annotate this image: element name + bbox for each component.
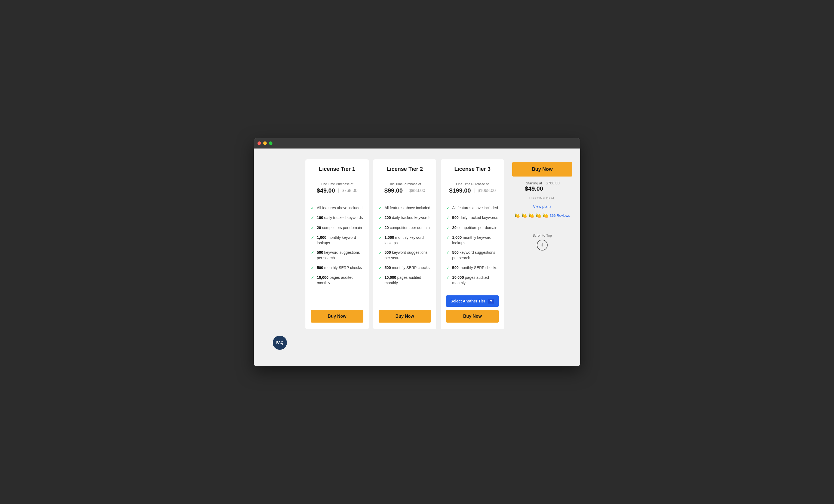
- tier1-price-section: One Time Purchase of $49.00 | $768.00: [311, 182, 364, 200]
- scroll-top-section: Scroll to Top ⇧: [532, 233, 552, 251]
- tier2-title: License Tier 2: [379, 166, 431, 177]
- check-icon: ✓: [446, 226, 449, 231]
- list-item: ✓ 500 keyword suggestions per search: [311, 250, 364, 260]
- check-icon: ✓: [379, 226, 382, 231]
- view-plans-link[interactable]: View plans: [533, 204, 551, 209]
- list-item: ✓ All features above included: [379, 205, 431, 211]
- check-icon: ✓: [379, 250, 382, 256]
- tier3-price-original: $1068.00: [478, 188, 496, 193]
- check-icon: ✓: [311, 275, 314, 281]
- tier1-price-label: One Time Purchase of: [311, 182, 364, 186]
- lifetime-deal-label: LIFETIME DEAL: [529, 197, 555, 200]
- chevron-up-icon: ⇧: [540, 242, 544, 248]
- check-icon: ✓: [311, 206, 314, 211]
- tier3-title: License Tier 3: [446, 166, 499, 177]
- tier3-price-section: One Time Purchase of $199.00 | $1068.00: [446, 182, 499, 200]
- star-icon-2: 🍋: [522, 213, 527, 218]
- check-icon: ✓: [446, 206, 449, 211]
- tier3-features: ✓ All features above included ✓ 500 dail…: [446, 205, 499, 290]
- list-item: ✓ 500 keyword suggestions per search: [379, 250, 431, 260]
- check-icon: ✓: [446, 250, 449, 256]
- tier3-price-divider: |: [474, 188, 475, 193]
- check-icon: ✓: [446, 266, 449, 271]
- star-icon-3: 🍋: [529, 213, 534, 218]
- list-item: ✓ 1,000 monthly keyword lookups: [379, 235, 431, 246]
- tier1-features: ✓ All features above included ✓ 100 dail…: [311, 205, 364, 305]
- minimize-button[interactable]: [263, 141, 267, 145]
- tier1-title: License Tier 1: [311, 166, 364, 177]
- scroll-top-label: Scroll to Top: [532, 233, 552, 237]
- list-item: ✓ 500 keyword suggestions per search: [446, 250, 499, 260]
- close-button[interactable]: [258, 141, 261, 145]
- tier1-price-current: $49.00: [316, 187, 335, 194]
- tier3-price-current: $199.00: [449, 187, 471, 194]
- tier1-buy-button[interactable]: Buy Now: [311, 310, 364, 323]
- list-item: ✓ 1,000 monthly keyword lookups: [311, 235, 364, 246]
- list-item: ✓ All features above included: [311, 205, 364, 211]
- tier2-buy-button[interactable]: Buy Now: [379, 310, 431, 323]
- tier2-price-original: $883.00: [409, 188, 425, 193]
- check-icon: ✓: [311, 226, 314, 231]
- list-item: ✓ 500 daily tracked keywords: [446, 215, 499, 221]
- star-icon-4: 🍋: [536, 213, 541, 218]
- list-item: ✓ 10,000 pages audited monthly: [379, 275, 431, 285]
- check-icon: ✓: [446, 235, 449, 241]
- tier1-price-original: $768.00: [342, 188, 357, 193]
- check-icon: ✓: [446, 275, 449, 281]
- titlebar: [254, 138, 580, 148]
- list-item: ✓ All features above included: [446, 205, 499, 211]
- check-icon: ✓: [311, 266, 314, 271]
- check-icon: ✓: [311, 250, 314, 256]
- list-item: ✓ 20 competitors per domain: [311, 225, 364, 231]
- tier3-buy-button[interactable]: Buy Now: [446, 310, 499, 323]
- faq-button[interactable]: FAQ: [273, 336, 287, 350]
- check-icon: ✓: [446, 215, 449, 221]
- check-icon: ✓: [379, 235, 382, 241]
- sidebar-starting-price: $49.00: [525, 185, 543, 192]
- star-icon-1: 🍋: [514, 213, 520, 218]
- sidebar-panel: Buy Now Starting at $49.00 $768.00 LIFET…: [509, 159, 572, 251]
- maximize-button[interactable]: [269, 141, 272, 145]
- check-icon: ✓: [311, 235, 314, 241]
- check-icon: ✓: [379, 266, 382, 271]
- tier3-price-label: One Time Purchase of: [446, 182, 499, 186]
- check-icon: ✓: [379, 206, 382, 211]
- select-another-tier-button[interactable]: Select Another Tier ▼: [446, 295, 499, 307]
- sidebar-price-info: Starting at $49.00 $768.00: [525, 181, 559, 192]
- chevron-down-icon: ▼: [488, 299, 494, 303]
- scroll-top-button[interactable]: ⇧: [537, 239, 548, 251]
- tiers-container: License Tier 1 One Time Purchase of $49.…: [305, 159, 504, 329]
- star-icon-5: 🍋: [543, 213, 548, 218]
- sidebar-starting-label: Starting at: [525, 181, 543, 185]
- tier2-price-divider: |: [405, 188, 407, 193]
- sidebar-buy-button[interactable]: Buy Now: [512, 162, 572, 177]
- tier2-features: ✓ All features above included ✓ 200 dail…: [379, 205, 431, 305]
- reviews-row: 🍋 🍋 🍋 🍋 🍋 366 Reviews: [514, 213, 570, 218]
- list-item: ✓ 500 monthly SERP checks: [446, 265, 499, 271]
- tier1-price-divider: |: [338, 188, 339, 193]
- select-tier-label: Select Another Tier: [451, 299, 485, 303]
- list-item: ✓ 500 monthly SERP checks: [379, 265, 431, 271]
- list-item: ✓ 500 monthly SERP checks: [311, 265, 364, 271]
- check-icon: ✓: [379, 275, 382, 281]
- list-item: ✓ 20 competitors per domain: [446, 225, 499, 231]
- list-item: ✓ 10,000 pages audited monthly: [311, 275, 364, 285]
- check-icon: ✓: [311, 215, 314, 221]
- reviews-link[interactable]: 366 Reviews: [550, 213, 570, 217]
- tier3-card: License Tier 3 One Time Purchase of $199…: [441, 159, 504, 329]
- list-item: ✓ 100 daily tracked keywords: [311, 215, 364, 221]
- list-item: ✓ 10,000 pages audited monthly: [446, 275, 499, 285]
- list-item: ✓ 1,000 monthly keyword lookups: [446, 235, 499, 246]
- tier2-price-current: $99.00: [384, 187, 402, 194]
- tier2-price-section: One Time Purchase of $99.00 | $883.00: [379, 182, 431, 200]
- sidebar-original-price: $768.00: [546, 181, 559, 185]
- list-item: ✓ 20 competitors per domain: [379, 225, 431, 231]
- tier2-card: License Tier 2 One Time Purchase of $99.…: [373, 159, 437, 329]
- tier2-price-label: One Time Purchase of: [379, 182, 431, 186]
- check-icon: ✓: [379, 215, 382, 221]
- tier1-card: License Tier 1 One Time Purchase of $49.…: [305, 159, 369, 329]
- list-item: ✓ 200 daily tracked keywords: [379, 215, 431, 221]
